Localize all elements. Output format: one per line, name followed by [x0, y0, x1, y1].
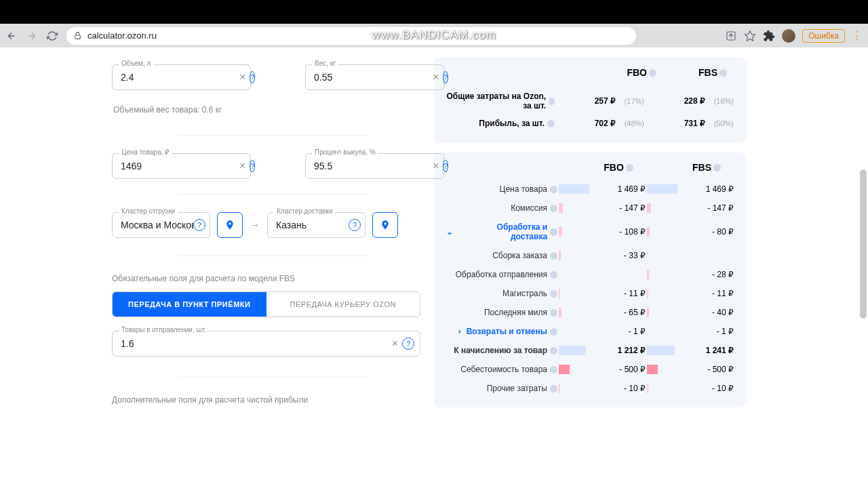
url-text: calculator.ozon.ru: [87, 30, 157, 41]
help-icon[interactable]: ?: [349, 219, 361, 231]
help-icon[interactable]: ?: [193, 219, 205, 231]
pin-button[interactable]: [372, 212, 398, 238]
back-button[interactable]: [5, 30, 18, 42]
info-icon[interactable]: [550, 205, 557, 212]
forward-button[interactable]: [26, 30, 38, 42]
deliver-cluster-input[interactable]: [276, 220, 349, 230]
info-icon[interactable]: [626, 164, 633, 171]
table-row: Прочие затраты- 10 ₽- 10 ₽: [434, 379, 746, 398]
table-row: ⌄Обработка и доставка- 108 ₽- 80 ₽: [434, 218, 746, 246]
table-row: Сборка заказа- 33 ₽: [434, 246, 746, 265]
table-row: Обработка отправления- 28 ₽: [434, 265, 746, 284]
ship-cluster-field: Кластер отгрузки ?: [112, 212, 210, 238]
info-icon[interactable]: [550, 309, 557, 317]
price-input[interactable]: [121, 161, 239, 171]
items-field: Товары в отправлении, шт. ×?: [112, 331, 420, 357]
weight-input[interactable]: [314, 72, 433, 83]
breakdown-table: FBO FBS Цена товара1 469 ₽1 469 ₽Комисси…: [434, 152, 746, 407]
info-icon[interactable]: [649, 69, 656, 77]
error-badge[interactable]: Ошибка: [802, 29, 845, 43]
table-row: Магистраль- 11 ₽- 11 ₽: [434, 284, 746, 303]
summary-row: Общие затраты на Ozon, за шт.257 ₽(17%)2…: [446, 87, 734, 115]
summary-card: FBO FBS Общие затраты на Ozon, за шт.257…: [434, 58, 746, 142]
items-input[interactable]: [121, 338, 392, 349]
info-icon[interactable]: [550, 385, 557, 392]
table-row: Себестоимость товара- 500 ₽- 500 ₽: [434, 360, 746, 379]
info-icon[interactable]: [550, 347, 557, 354]
help-icon[interactable]: ?: [250, 71, 255, 83]
info-icon[interactable]: [549, 98, 555, 105]
optional-label: Дополнительные поля для расчета чистой п…: [112, 395, 434, 405]
fbs-required-label: Обязательные поля для расчета по модели …: [112, 274, 434, 283]
info-icon[interactable]: [547, 120, 555, 127]
clear-icon[interactable]: ×: [433, 160, 439, 172]
scrollbar[interactable]: [860, 169, 867, 319]
pin-button[interactable]: [217, 212, 243, 238]
tab-pickup[interactable]: ПЕРЕДАЧА В ПУНКТ ПРИЁМКИ: [113, 292, 267, 317]
delivery-tabs: ПЕРЕДАЧА В ПУНКТ ПРИЁМКИ ПЕРЕДАЧА КУРЬЕР…: [112, 291, 420, 317]
clear-icon[interactable]: ×: [239, 160, 245, 172]
price-field: Цена товара, ₽ ×?: [112, 153, 251, 179]
info-icon[interactable]: [550, 290, 557, 298]
menu-icon[interactable]: ⋮: [852, 29, 863, 42]
svg-rect-0: [75, 35, 81, 39]
arrow-icon: →: [250, 219, 260, 231]
browser-toolbar: calculator.ozon.ru Ошибка ⋮: [0, 24, 868, 47]
share-icon[interactable]: [725, 30, 737, 42]
info-icon[interactable]: [550, 271, 557, 279]
clear-icon[interactable]: ×: [239, 71, 245, 83]
help-icon[interactable]: ?: [402, 338, 414, 350]
clear-icon[interactable]: ×: [392, 338, 398, 350]
deliver-cluster-field: Кластер доставки ?: [267, 212, 366, 238]
buyout-field: Процент выкупа, % ×?: [305, 153, 444, 179]
address-bar[interactable]: calculator.ozon.ru: [66, 27, 636, 45]
info-icon[interactable]: [550, 252, 557, 260]
avatar[interactable]: [782, 29, 795, 43]
info-icon[interactable]: [550, 186, 557, 193]
reload-button[interactable]: [46, 30, 58, 42]
table-row: Цена товара1 469 ₽1 469 ₽: [434, 180, 746, 199]
page-content: Объем, л ×? Вес, кг ×? Объемный вес това…: [0, 47, 868, 488]
info-icon[interactable]: [713, 164, 721, 171]
table-row: ›Возвраты и отмены- 1 ₽- 1 ₽: [434, 322, 746, 341]
table-row: Комиссия- 147 ₽- 147 ₽: [434, 199, 746, 218]
tab-courier[interactable]: ПЕРЕДАЧА КУРЬЕРУ OZON: [267, 292, 420, 317]
volume-field: Объем, л ×?: [112, 64, 251, 90]
weight-field: Вес, кг ×?: [305, 64, 444, 90]
volume-input[interactable]: [121, 72, 239, 83]
ship-cluster-input[interactable]: [121, 220, 193, 230]
volumetric-hint: Объемный вес товара: 0.6 кг: [113, 105, 434, 115]
table-row: К начислению за товар1 212 ₽1 241 ₽: [434, 341, 746, 360]
info-icon[interactable]: [550, 366, 557, 373]
help-icon[interactable]: ?: [250, 160, 255, 172]
info-icon[interactable]: [550, 328, 557, 336]
table-row: Последняя миля- 65 ₽- 40 ₽: [434, 303, 746, 322]
star-icon[interactable]: [744, 30, 756, 42]
clear-icon[interactable]: ×: [433, 71, 439, 83]
info-icon[interactable]: [550, 228, 557, 236]
summary-row: Прибыль, за шт.702 ₽(48%)731 ₽(50%): [446, 115, 734, 132]
buyout-input[interactable]: [314, 161, 433, 171]
lock-icon: [73, 31, 82, 40]
extensions-icon[interactable]: [763, 30, 775, 42]
info-icon[interactable]: [719, 69, 727, 77]
